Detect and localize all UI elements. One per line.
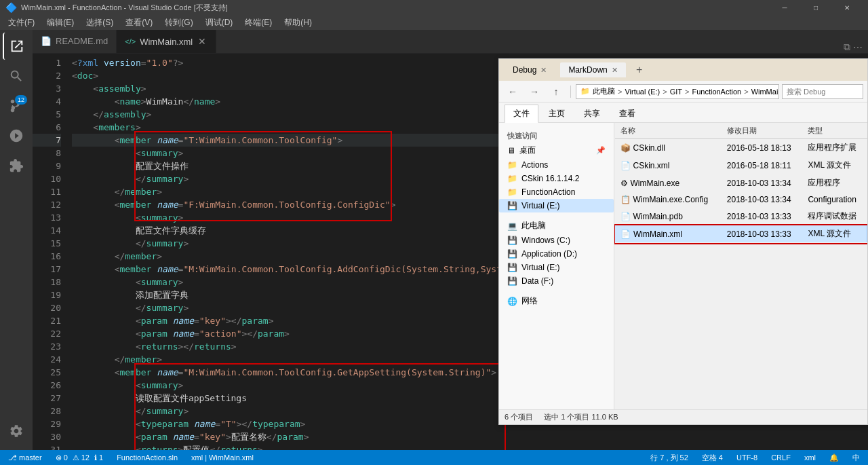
fp-sidebar-appd[interactable]: 💾 Application (D:) xyxy=(499,247,614,261)
fp-virtuale-icon: 💾 xyxy=(507,263,517,272)
menu-file[interactable]: 文件(F) xyxy=(3,16,40,30)
file-row-wimmain-pdb[interactable]: 📄WimMain.pdb 2018-10-03 13:33 程序调试数据 xyxy=(615,208,867,225)
maximize-button[interactable]: □ xyxy=(800,0,831,15)
fp-back-button[interactable]: ← xyxy=(503,83,522,100)
app-icon: 🔷 xyxy=(5,2,17,13)
encoding[interactable]: UTF-8 xyxy=(734,450,760,465)
file-icon-pdb: 📄 xyxy=(620,212,631,221)
fp-sidebar-cskin[interactable]: 📁 CSkin 16.1.14.2 xyxy=(499,172,614,185)
fp-windows-icon: 💾 xyxy=(507,236,517,245)
activity-settings[interactable] xyxy=(3,417,30,445)
tab-wimxml[interactable]: </> WimMain.xml ✕ xyxy=(117,30,216,53)
fp-tab-markdown[interactable]: MarkDown ✕ xyxy=(560,62,625,77)
file-icon-xml2: 📄 xyxy=(620,229,631,239)
col-name[interactable]: 名称 xyxy=(615,123,722,139)
file-row-cskin-dll[interactable]: 📦CSkin.dll 2016-05-18 18:13 应用程序扩展 xyxy=(615,139,867,157)
indent-mode[interactable]: 空格 4 xyxy=(699,450,726,465)
address-part-virtual: Virtual (E:) xyxy=(625,88,660,96)
fp-item-count: 6 个项目 xyxy=(505,412,533,422)
tab-wimxml-icon: </> xyxy=(125,37,136,45)
file-type-cskin-dll: 应用程序扩展 xyxy=(802,139,867,157)
tab-readme-icon: 📄 xyxy=(41,36,52,46)
tab-readme[interactable]: 📄 README.md xyxy=(33,30,117,53)
language-status[interactable]: xml | WimMain.xml xyxy=(189,450,256,465)
fp-network-label: 网络 xyxy=(521,295,538,307)
close-button[interactable]: ✕ xyxy=(831,0,863,15)
fp-network-icon: 🌐 xyxy=(507,297,517,306)
activity-search[interactable] xyxy=(3,62,30,90)
fp-navtab-view[interactable]: 查看 xyxy=(610,105,644,122)
activity-source-control[interactable] xyxy=(3,92,30,119)
fp-up-button[interactable]: ↑ xyxy=(547,83,566,100)
fp-toolbar: ← → ↑ 📁 此电脑 > Virtual (E:) > GIT > Funct… xyxy=(499,81,867,103)
fp-add-tab[interactable]: + xyxy=(631,62,648,78)
file-type-cskin-xml: XML 源文件 xyxy=(802,157,867,174)
fp-sidebar-desktop[interactable]: 🖥 桌面 📌 xyxy=(499,143,614,158)
fp-sidebar-virtual[interactable]: 💾 Virtual (E:) xyxy=(499,199,614,212)
menu-goto[interactable]: 转到(G) xyxy=(159,16,198,30)
fp-forward-button[interactable]: → xyxy=(525,83,544,100)
language-mode[interactable]: xml xyxy=(802,450,818,465)
activity-extensions[interactable] xyxy=(3,152,30,179)
file-status: WimMain.xml xyxy=(209,453,254,462)
spaces-label: 空格 4 xyxy=(702,453,723,463)
activity-debug[interactable] xyxy=(3,122,30,149)
fp-address-bar[interactable]: 📁 此电脑 > Virtual (E:) > GIT > FunctionAct… xyxy=(576,84,779,99)
more-actions-icon[interactable]: ⋯ xyxy=(853,42,863,53)
fp-fa-icon: 📁 xyxy=(507,187,517,197)
line-ending[interactable]: CRLF xyxy=(768,450,793,465)
col-modified[interactable]: 修改日期 xyxy=(722,123,803,139)
code-line-31: <returns>配置值</returns> xyxy=(72,443,868,450)
fp-navtab-share[interactable]: 共享 xyxy=(575,105,609,122)
cursor-position[interactable]: 行 7 , 列 52 xyxy=(648,450,691,465)
tab-wimxml-label: WimMain.xml xyxy=(140,37,193,47)
pipe-sep: | xyxy=(205,453,207,462)
errors-warnings[interactable]: ⊗ 0 ⚠ 12 ℹ 1 xyxy=(53,450,106,465)
xml-icon: xml xyxy=(191,453,203,462)
fp-tab-markdown-close[interactable]: ✕ xyxy=(612,66,618,75)
col-type[interactable]: 类型 xyxy=(802,123,867,139)
solution-name[interactable]: FunctionAction.sln xyxy=(114,450,180,465)
fp-sidebar-virtuale[interactable]: 💾 Virtual (E:) xyxy=(499,261,614,274)
menu-terminal[interactable]: 终端(E) xyxy=(239,16,277,30)
fp-navtab-home[interactable]: 主页 xyxy=(540,105,574,122)
fp-toolbar-sep xyxy=(570,86,571,98)
menu-help[interactable]: 帮助(H) xyxy=(279,16,317,30)
git-branch[interactable]: ⎇ master xyxy=(5,450,45,465)
fp-appd-label: Application (D:) xyxy=(521,249,577,259)
split-editor-icon[interactable]: ⧉ xyxy=(844,41,850,53)
file-icon-config: 📋 xyxy=(620,195,631,204)
fp-sidebar-actions[interactable]: 📁 Actions xyxy=(499,158,614,172)
activity-bar xyxy=(0,30,33,450)
fp-navtab-file[interactable]: 文件 xyxy=(505,105,538,123)
menu-debug[interactable]: 调试(D) xyxy=(200,16,239,30)
tab-wimxml-close[interactable]: ✕ xyxy=(197,36,208,47)
file-row-cskin-xml[interactable]: 📄CSkin.xml 2016-05-18 18:11 XML 源文件 xyxy=(615,157,867,174)
fp-sidebar-thispc[interactable]: 💻 此电脑 xyxy=(499,218,614,234)
fp-sidebar-functionaction[interactable]: 📁 FunctionAction xyxy=(499,185,614,199)
fp-tab-debug[interactable]: Debug ✕ xyxy=(505,62,555,77)
input-method[interactable]: 中 xyxy=(850,450,863,465)
code-line-30: <param name="key">配置名称</param> xyxy=(72,430,868,443)
file-row-wimmain-exe[interactable]: ⚙WimMain.exe 2018-10-03 13:34 应用程序 xyxy=(615,174,867,192)
fp-sidebar-dataf[interactable]: 💾 Data (F:) xyxy=(499,274,614,288)
fp-cskin-label: CSkin 16.1.14.2 xyxy=(521,174,579,183)
file-name-cskin-xml: 📄CSkin.xml xyxy=(615,157,722,174)
feedback-icon[interactable]: 🔔 xyxy=(827,450,842,465)
file-row-wimmain-xml[interactable]: 📄WimMain.xml 2018-10-03 13:33 XML 源文件 xyxy=(615,225,867,243)
menu-select[interactable]: 选择(S) xyxy=(81,16,119,30)
address-part-git: GIT xyxy=(670,88,682,96)
fp-sidebar-network[interactable]: 🌐 网络 xyxy=(499,293,614,309)
activity-explorer[interactable] xyxy=(3,33,30,60)
fp-tab-debug-close[interactable]: ✕ xyxy=(540,66,547,75)
menu-view[interactable]: 查看(V) xyxy=(120,16,158,30)
file-name-pdb: 📄WimMain.pdb xyxy=(615,208,722,225)
fp-status-footer: 6 个项目 选中 1 个项目 11.0 KB xyxy=(499,409,867,424)
file-row-wimmain-config[interactable]: 📋WimMain.exe.Config 2018-10-03 13:34 Con… xyxy=(615,192,867,208)
statusbar-right: 行 7 , 列 52 空格 4 UTF-8 CRLF xml 🔔 中 xyxy=(648,450,863,465)
fp-sidebar-windows[interactable]: 💾 Windows (C:) xyxy=(499,234,614,247)
fp-desktop-label: 桌面 xyxy=(519,145,536,156)
menu-edit[interactable]: 编辑(E) xyxy=(41,16,79,30)
fp-search-input[interactable] xyxy=(782,84,863,99)
minimize-button[interactable]: ─ xyxy=(769,0,800,15)
